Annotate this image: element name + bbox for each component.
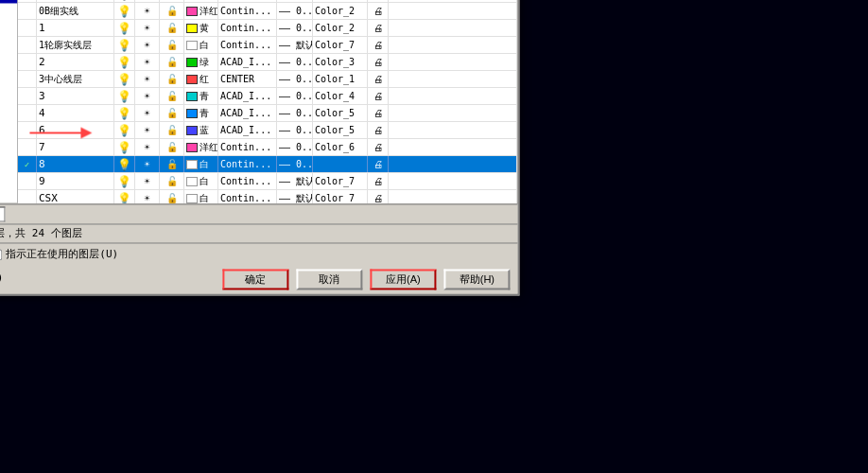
cell-print[interactable]: 🖨 [368, 54, 389, 70]
layer-row[interactable]: 1 💡 ☀ 🔓 黄 Contin... —— 0... Color_2 🖨 [18, 20, 517, 37]
cell-print-style: Color_1 [313, 0, 368, 2]
layer-list-body[interactable]: ▶ 0 💡 ☀ 🔓 红 Contin... —— 0... Color_1 🖨 … [18, 0, 517, 202]
cell-lineweight: —— 默认 [277, 37, 313, 53]
layer-row[interactable]: 3中心线层 💡 ☀ 🔓 红 CENTER —— 0... Color_1 🖨 [18, 71, 517, 88]
cell-print[interactable]: 🖨 [368, 71, 389, 87]
cell-lock[interactable]: 🔓 [160, 139, 184, 155]
cell-on[interactable]: 💡 [114, 156, 135, 172]
cell-print[interactable]: 🖨 [368, 3, 389, 19]
cell-freeze[interactable]: ☀ [135, 88, 160, 104]
layer-row[interactable]: CSX 💡 ☀ 🔓 白 Contin... —— 默认 Color_7 🖨 [18, 190, 517, 202]
cell-freeze[interactable]: ☀ [135, 20, 160, 36]
cell-freeze[interactable]: ☀ [135, 71, 160, 87]
cell-linetype: ACAD_I... [218, 88, 277, 104]
cancel-button[interactable]: 取消 [296, 269, 362, 289]
cell-print[interactable]: 🖨 [368, 190, 389, 202]
cell-color[interactable]: 青 [184, 88, 218, 104]
cell-lock[interactable]: 🔓 [160, 20, 184, 36]
cell-lock[interactable]: 🔓 [160, 54, 184, 70]
cell-freeze[interactable]: ☀ [135, 156, 160, 172]
cell-print[interactable]: 🖨 [368, 122, 389, 138]
ok-button[interactable]: 确定 [222, 269, 288, 289]
layer-row[interactable]: 3 💡 ☀ 🔓 青 ACAD_I... —— 0... Color_4 🖨 [18, 88, 517, 105]
layer-row[interactable]: 2 💡 ☀ 🔓 绿 ACAD_I... —— 0... Color_3 🖨 [18, 54, 517, 71]
checkbox-indicate-used[interactable]: 指示正在使用的图层(U) [0, 247, 118, 261]
cell-lock[interactable]: 🔓 [160, 3, 184, 19]
cell-lineweight: —— 0... [277, 122, 313, 138]
cell-color[interactable]: 白 [184, 156, 218, 172]
cell-lock[interactable]: 🔓 [160, 37, 184, 53]
cell-print[interactable]: 🖨 [368, 139, 389, 155]
cell-color[interactable]: 红 [184, 71, 218, 87]
layer-tree-panel[interactable]: □ 📁 全部 → 所有使用的图层 [0, 0, 18, 202]
layer-row[interactable]: 0B细实线 💡 ☀ 🔓 洋红 Contin... —— 0... Color_2… [18, 3, 517, 20]
cell-on[interactable]: 💡 [114, 173, 135, 189]
cell-color[interactable]: 洋红 [184, 139, 218, 155]
cell-freeze[interactable]: ☀ [135, 173, 160, 189]
layer-row[interactable]: 4 💡 ☀ 🔓 青 ACAD_I... —— 0... Color_5 🖨 [18, 105, 517, 122]
cell-color[interactable]: 白 [184, 190, 218, 202]
layer-row[interactable]: 7 💡 ☀ 🔓 洋红 Contin... —— 0... Color_6 🖨 [18, 139, 517, 156]
cell-lock[interactable]: 🔓 [160, 0, 184, 2]
cell-freeze[interactable]: ☀ [135, 37, 160, 53]
layer-row[interactable]: 9 💡 ☀ 🔓 白 Contin... —— 默认 Color_7 🖨 [18, 173, 517, 190]
cell-on[interactable]: 💡 [114, 88, 135, 104]
tree-item-used[interactable]: → 所有使用的图层 [0, 0, 17, 3]
cell-on[interactable]: 💡 [114, 54, 135, 70]
cell-lock[interactable]: 🔓 [160, 71, 184, 87]
cell-status [18, 71, 37, 87]
cell-print[interactable]: 🖨 [368, 20, 389, 36]
cell-freeze[interactable]: ☀ [135, 139, 160, 155]
cell-color[interactable]: 白 [184, 37, 218, 53]
cell-on[interactable]: 💡 [114, 0, 135, 2]
cell-print[interactable]: 🖨 [368, 173, 389, 189]
cell-color[interactable]: 青 [184, 105, 218, 121]
cell-freeze[interactable]: ☀ [135, 0, 160, 2]
cell-color[interactable]: 白 [184, 173, 218, 189]
cell-color[interactable]: 绿 [184, 54, 218, 70]
cell-freeze[interactable]: ☀ [135, 105, 160, 121]
cell-freeze[interactable]: ☀ [135, 54, 160, 70]
cell-name: 3 [37, 88, 114, 104]
cell-print-style [313, 156, 368, 172]
cell-print[interactable]: 🖨 [368, 105, 389, 121]
cell-lock[interactable]: 🔓 [160, 122, 184, 138]
cell-color[interactable]: 黄 [184, 20, 218, 36]
help-button-bottom[interactable]: 帮助(H) [443, 269, 510, 289]
cell-lock[interactable]: 🔓 [160, 88, 184, 104]
cell-on[interactable]: 💡 [114, 122, 135, 138]
cell-on[interactable]: 💡 [114, 105, 135, 121]
cell-print[interactable]: 🖨 [368, 0, 389, 2]
cell-lock[interactable]: 🔓 [160, 190, 184, 202]
cell-lock[interactable]: 🔓 [160, 173, 184, 189]
cell-on[interactable]: 💡 [114, 3, 135, 19]
status-text: 全部: 显示了 24 个图层，共 24 个图层 [0, 226, 82, 240]
search-input[interactable] [0, 206, 5, 221]
cell-print[interactable]: 🖨 [368, 88, 389, 104]
cell-lock[interactable]: 🔓 [160, 156, 184, 172]
cell-color[interactable]: 红 [184, 0, 218, 2]
cell-freeze[interactable]: ☀ [135, 190, 160, 202]
cell-color[interactable]: 蓝 [184, 122, 218, 138]
checkbox-apply-toolbar[interactable]: 应用到图层工具栏(T) [0, 271, 3, 285]
layer-row[interactable]: 1轮廓实线层 💡 ☀ 🔓 白 Contin... —— 默认 Color_7 🖨 [18, 37, 517, 54]
cell-print-style: Color_7 [313, 173, 368, 189]
cell-lineweight: —— 0... [277, 54, 313, 70]
cell-color[interactable]: 洋红 [184, 3, 218, 19]
cell-print[interactable]: 🖨 [368, 37, 389, 53]
cell-on[interactable]: 💡 [114, 190, 135, 202]
cell-freeze[interactable]: ☀ [135, 3, 160, 19]
cell-on[interactable]: 💡 [114, 71, 135, 87]
cell-name: 9 [37, 173, 114, 189]
layer-row-selected[interactable]: ✓ 8 💡 ☀ 🔓 白 Contin... —— 0... 🖨 [18, 156, 517, 173]
cell-on[interactable]: 💡 [114, 20, 135, 36]
cell-lock[interactable]: 🔓 [160, 105, 184, 121]
apply-button[interactable]: 应用(A) [370, 269, 436, 289]
cell-status [18, 88, 37, 104]
cell-print[interactable]: 🖨 [368, 156, 389, 172]
indicate-used-checkbox[interactable] [0, 249, 2, 260]
cell-on[interactable]: 💡 [114, 139, 135, 155]
cell-on[interactable]: 💡 [114, 37, 135, 53]
layer-row[interactable]: 6 💡 ☀ 🔓 蓝 ACAD_I... —— 0... Color_5 🖨 [18, 122, 517, 139]
cell-freeze[interactable]: ☀ [135, 122, 160, 138]
